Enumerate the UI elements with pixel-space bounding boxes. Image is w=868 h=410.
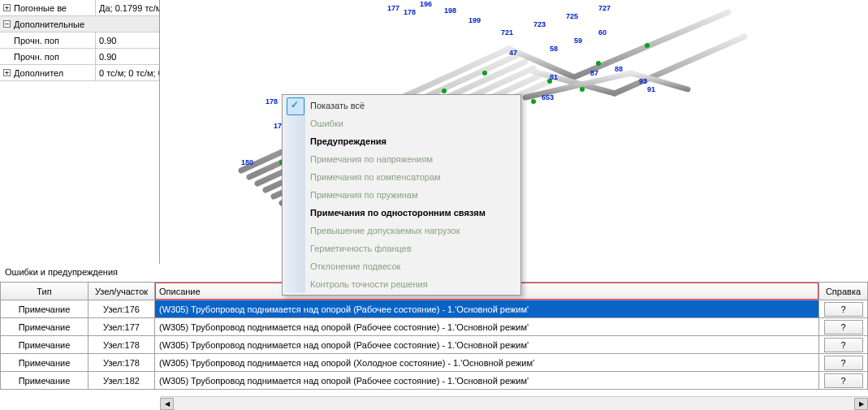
messages-grid: Тип Узел/участок Описание Справка Примеч… xyxy=(0,282,868,390)
cell-desc: (W305) Трубопровод поднимается над опоро… xyxy=(155,354,819,372)
svg-point-20 xyxy=(645,43,650,48)
prop-key: Дополнительные xyxy=(14,19,84,29)
prop-key: Прочн. поп xyxy=(14,36,59,45)
cell-node: Узел:178 xyxy=(89,336,155,354)
prop-key: Прочн. поп xyxy=(14,52,59,62)
svg-point-21 xyxy=(531,99,536,104)
prop-row[interactable]: +Погонные ве Да; 0.1799 тс/м; xyxy=(0,0,159,16)
help-button[interactable]: ? xyxy=(824,373,863,388)
scroll-right-icon[interactable]: ▶ xyxy=(854,398,868,410)
menu-warnings[interactable]: Предупреждения xyxy=(284,132,519,150)
scrollbar-horizontal[interactable]: ◀ ▶ xyxy=(160,396,868,410)
cell-node: Узел:182 xyxy=(89,372,155,390)
menu-flange-tight[interactable]: Герметичность фланцев xyxy=(284,240,519,257)
svg-point-17 xyxy=(482,71,487,76)
menu-show-all[interactable]: Показать всё xyxy=(284,97,519,114)
help-button[interactable]: ? xyxy=(824,356,863,370)
table-row[interactable]: Примечание Узел:176 (W305) Трубопровод п… xyxy=(1,300,868,318)
cell-type: Примечание xyxy=(1,336,89,354)
cell-type: Примечание xyxy=(1,354,89,372)
prop-row[interactable]: +Дополнител 0 тс/м; 0 тс/м; 0 xyxy=(0,65,159,81)
prop-key: Погонные ве xyxy=(14,3,67,13)
prop-val[interactable]: 0 тс/м; 0 тс/м; 0 xyxy=(96,65,159,80)
menu-load-exceed[interactable]: Превышение допускаемых нагрузок xyxy=(284,222,519,240)
header-node[interactable]: Узел/участок xyxy=(89,283,155,300)
collapse-icon[interactable]: − xyxy=(3,20,11,28)
property-panel: +Погонные ве Да; 0.1799 тс/м; −Дополните… xyxy=(0,0,160,264)
svg-line-7 xyxy=(574,12,728,77)
scroll-left-icon[interactable]: ◀ xyxy=(160,398,174,410)
cell-node: Узел:177 xyxy=(89,318,155,336)
cell-node: Узел:176 xyxy=(89,300,155,318)
prop-val[interactable]: 0.90 xyxy=(96,49,159,64)
context-menu: Показать всё Ошибки Предупреждения Приме… xyxy=(282,94,521,296)
scroll-track[interactable] xyxy=(174,398,854,410)
header-help[interactable]: Справка xyxy=(819,283,868,300)
header-type[interactable]: Тип xyxy=(1,283,89,300)
menu-notes-stress[interactable]: Примечания по напряжениям xyxy=(284,150,519,168)
prop-val[interactable]: Да; 0.1799 тс/м; xyxy=(96,0,159,15)
svg-point-19 xyxy=(596,61,601,66)
prop-group[interactable]: −Дополнительные xyxy=(0,16,159,32)
help-button[interactable]: ? xyxy=(824,338,863,352)
prop-val[interactable]: 0.90 xyxy=(96,32,159,48)
cell-desc: (W305) Трубопровод поднимается над опоро… xyxy=(155,372,819,390)
cell-type: Примечание xyxy=(1,300,89,318)
table-row[interactable]: Примечание Узел:178 (W305) Трубопровод п… xyxy=(1,354,868,372)
expand-icon[interactable]: + xyxy=(3,69,11,76)
expand-icon[interactable]: + xyxy=(3,4,11,11)
cell-type: Примечание xyxy=(1,318,89,336)
cell-type: Примечание xyxy=(1,372,89,390)
table-row[interactable]: Примечание Узел:177 (W305) Трубопровод п… xyxy=(1,318,868,336)
cell-desc: (W305) Трубопровод поднимается над опоро… xyxy=(155,300,819,318)
svg-point-16 xyxy=(442,88,447,93)
menu-notes-unilateral[interactable]: Примечания по односторонним связям xyxy=(284,204,519,222)
cell-desc: (W305) Трубопровод поднимается над опоро… xyxy=(155,336,819,354)
table-row[interactable]: Примечание Узел:178 (W305) Трубопровод п… xyxy=(1,336,868,354)
prop-row[interactable]: Прочн. поп 0.90 xyxy=(0,49,159,65)
cell-node: Узел:178 xyxy=(89,354,155,372)
prop-row[interactable]: Прочн. поп 0.90 xyxy=(0,32,159,49)
menu-accuracy[interactable]: Контроль точности решения xyxy=(284,275,519,293)
menu-errors[interactable]: Ошибки xyxy=(284,114,519,132)
help-button[interactable]: ? xyxy=(824,320,863,334)
svg-point-22 xyxy=(580,87,585,92)
help-button[interactable]: ? xyxy=(824,302,863,317)
menu-notes-springs[interactable]: Примечания по пружинам xyxy=(284,186,519,204)
cell-desc: (W305) Трубопровод поднимается над опоро… xyxy=(155,318,819,336)
table-row[interactable]: Примечание Узел:182 (W305) Трубопровод п… xyxy=(1,372,868,390)
prop-key: Дополнител xyxy=(14,68,63,78)
menu-hanger-deviation[interactable]: Отклонение подвесок xyxy=(284,257,519,275)
menu-notes-compensators[interactable]: Примечания по компенсаторам xyxy=(284,168,519,186)
